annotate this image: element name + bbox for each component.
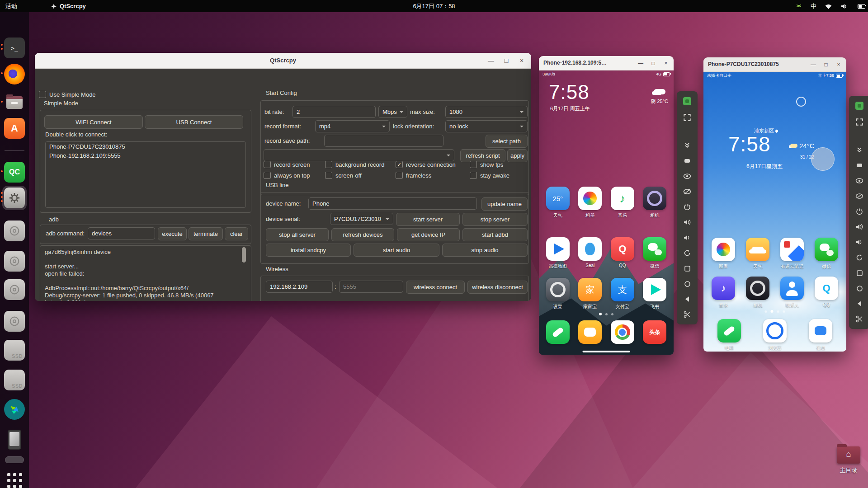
phone2-screen[interactable]: 未插卡自口令 早上7:58 浦东新区 7:58 24°C 31 / 22 6月1… <box>703 71 846 352</box>
maximize-button[interactable]: □ <box>650 60 656 66</box>
app-icon-天气[interactable]: 25°天气 <box>543 187 572 219</box>
lock-orientation-select[interactable]: no lock <box>445 120 528 132</box>
back-icon[interactable] <box>677 293 698 305</box>
app-icon-微信[interactable]: 微信 <box>812 238 841 270</box>
app-icon-微信[interactable]: 微信 <box>640 237 669 269</box>
home-folder-shortcut[interactable]: ⌂ 主目录 <box>833 446 864 474</box>
app-icon-dock[interactable]: 头条 <box>640 320 669 344</box>
power-icon[interactable] <box>677 201 698 213</box>
app-icon-QQ[interactable]: QQQ <box>608 237 637 269</box>
get-device-IP-button[interactable]: get device IP <box>397 228 460 241</box>
update-name-button[interactable]: update name <box>481 197 528 211</box>
checkbox-record-screen[interactable]: record screen <box>264 161 310 168</box>
app-icon-飞书[interactable]: 飞书 <box>640 278 669 310</box>
bit-rate-input[interactable]: 2 <box>292 106 376 118</box>
app-icon-QQ[interactable]: QQQ <box>812 277 841 309</box>
phone1-home-indicator[interactable] <box>583 351 630 352</box>
app-icon-dock[interactable] <box>543 320 572 344</box>
usb-connect-button[interactable]: USB Connect <box>145 115 243 129</box>
dock-item-show-applications[interactable] <box>4 470 25 488</box>
device-name-input[interactable]: Phone <box>308 197 477 210</box>
stop-audio-button[interactable]: stop audio <box>442 244 528 257</box>
app-logo-icon[interactable] <box>849 99 868 112</box>
app-icon-图库[interactable]: 图库 <box>709 238 738 270</box>
app-icon-dock[interactable] <box>608 320 637 344</box>
focused-app-menu[interactable]: QtScrcpy <box>45 0 91 12</box>
screenshot-icon[interactable] <box>849 313 868 325</box>
checkbox-background-record[interactable]: background record <box>325 161 384 168</box>
use-simple-mode-checkbox[interactable]: Use Simple Mode <box>39 91 96 98</box>
wireless-ip-input[interactable]: 192.168.2.109 <box>266 281 333 293</box>
rotate-icon[interactable] <box>849 251 868 264</box>
dock-item-settings[interactable] <box>4 188 25 208</box>
minimize-button[interactable]: — <box>637 60 644 66</box>
terminate-button[interactable]: terminate <box>189 227 223 240</box>
dock-item-ubuntu-software[interactable]: A <box>4 118 25 139</box>
volume-up-icon[interactable] <box>677 216 698 229</box>
fullscreen-icon[interactable] <box>849 116 868 128</box>
screen-off-icon[interactable] <box>677 185 698 198</box>
volume-up-icon[interactable] <box>849 221 868 233</box>
phone2-titlebar[interactable]: Phone-P7CDU17C23010875 — □ × <box>703 57 846 72</box>
device-list-item[interactable]: Phone-192.168.2.109:5555 <box>46 151 245 160</box>
fullscreen-icon[interactable] <box>677 111 698 124</box>
stop-server-button[interactable]: stop server <box>462 213 528 226</box>
clock-menu[interactable]: 6月17日 07：58 <box>413 2 455 10</box>
maximize-button[interactable]: □ <box>823 61 829 68</box>
qtscrcpy-titlebar[interactable]: QtScrcpy — □ × <box>35 53 531 69</box>
device-serial-select[interactable]: P7CDU17C23010 <box>330 213 393 225</box>
dock-item-files[interactable] <box>4 92 25 113</box>
app-icon-信息[interactable]: 信息 <box>806 319 835 351</box>
dock-item-firefox[interactable] <box>4 64 25 84</box>
execute-button[interactable]: execute <box>158 227 187 240</box>
bit-rate-unit-select[interactable]: Mbps <box>378 106 407 118</box>
log-scrollbar[interactable] <box>242 247 246 263</box>
wireless-disconnect-button[interactable]: wireless disconnect <box>467 281 528 294</box>
adb-command-input[interactable]: devices <box>88 227 155 239</box>
wifi-icon[interactable] <box>825 3 832 9</box>
screen-on-icon[interactable] <box>849 174 868 187</box>
power-icon[interactable] <box>849 205 868 218</box>
minimize-button[interactable]: — <box>810 61 816 68</box>
close-button[interactable]: × <box>519 57 525 64</box>
max-size-select[interactable]: 1080 <box>445 106 528 118</box>
adb-log-output[interactable]: ga7d65ylnj6xinhm device start server...o… <box>40 245 251 301</box>
device-list[interactable]: Phone-P7CDU17C23010875Phone-192.168.2.10… <box>45 141 246 208</box>
phone1-titlebar[interactable]: Phone-192.168.2.109:5… — □ × <box>539 56 674 70</box>
close-button[interactable]: × <box>663 60 669 66</box>
dock-item-qtcreator[interactable]: QC <box>4 162 25 183</box>
wireless-connect-button[interactable]: wireless connect <box>406 281 465 294</box>
volume-down-icon[interactable] <box>849 236 868 249</box>
app-icon-相机[interactable]: 相机 <box>743 277 772 309</box>
dock-item-drive-pill[interactable] <box>4 456 25 463</box>
refresh-script-button[interactable]: refresh script <box>460 149 505 162</box>
phone2-assistive-ball[interactable] <box>811 147 835 171</box>
checkbox-reverse-connection[interactable]: ✓reverse connection <box>396 161 456 168</box>
checkbox-frameless[interactable]: frameless <box>396 172 431 179</box>
rotate-icon[interactable] <box>677 247 698 259</box>
app-icon-Seal[interactable]: Seal <box>576 237 604 269</box>
checkbox-always-on-top[interactable]: always on top <box>264 172 310 179</box>
app-icon-联系人[interactable]: 联系人 <box>778 277 807 309</box>
install-sndcpy-button[interactable]: install sndcpy <box>266 244 351 257</box>
app-icon-相册[interactable]: 相册 <box>576 187 604 219</box>
touch-icon[interactable] <box>849 159 868 172</box>
app-icon-dock[interactable] <box>576 320 604 344</box>
activities-button[interactable]: 活动 <box>0 0 23 12</box>
screen-on-icon[interactable] <box>677 170 698 183</box>
dock-item-terminal[interactable]: >_ <box>4 38 25 58</box>
apply-button[interactable]: apply <box>507 149 528 162</box>
expand-panel-icon[interactable] <box>849 144 868 156</box>
app-icon-高德地图[interactable]: 高德地图 <box>543 237 572 269</box>
screenshot-icon[interactable] <box>677 308 698 321</box>
maximize-button[interactable]: □ <box>503 57 509 64</box>
refresh-devices-button[interactable]: refresh devices <box>331 228 394 241</box>
dock-item-disks-1[interactable] <box>4 221 25 241</box>
dock-item-disks-3[interactable] <box>4 279 25 300</box>
script-select[interactable] <box>264 149 454 161</box>
record-format-select[interactable]: mp4 <box>315 120 390 132</box>
start-server-button[interactable]: start server <box>396 213 460 226</box>
record-save-path-input[interactable] <box>324 135 443 147</box>
app-switch-icon[interactable] <box>677 262 698 275</box>
checkbox-stay-awake[interactable]: stay awake <box>470 172 509 179</box>
